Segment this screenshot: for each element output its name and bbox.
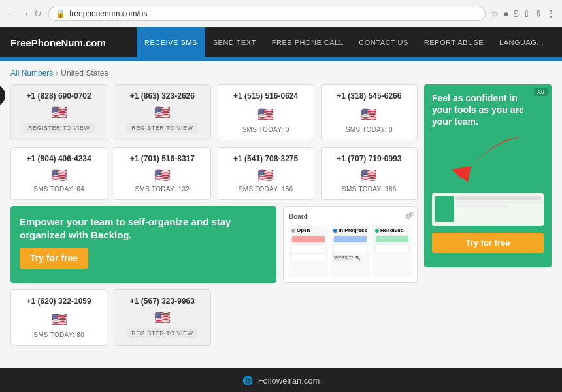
ad-screenshot: [432, 193, 544, 226]
board-card[interactable]: [333, 244, 367, 252]
nav-receive-sms[interactable]: RECEIVE SMS: [137, 27, 205, 57]
screenshot-sidebar: [435, 196, 454, 222]
main-content: All Numbers › United States 2 +1 (828) 6…: [0, 61, 562, 368]
phone-card-5[interactable]: +1 (804) 406-4234 🇺🇸 SMS TODAY: 64: [10, 147, 107, 200]
board-card[interactable]: [291, 244, 325, 252]
sms-info-8: SMS TODAY: 186: [342, 186, 397, 193]
progress-dot: [333, 229, 337, 233]
phone-number-5: +1 (804) 406-4234: [27, 154, 91, 163]
board-card[interactable]: [291, 235, 325, 243]
url-text: freephonenum.com/us: [69, 9, 147, 18]
board-section: ✕ Board ⚙ Open: [283, 206, 418, 283]
board-header: Board ⚙: [289, 212, 412, 221]
register-btn-10[interactable]: REGISTER TO VIEW: [126, 328, 198, 338]
flag-2: 🇺🇸: [154, 105, 171, 120]
screenshot-bar: [456, 196, 541, 200]
phone-card-8[interactable]: +1 (707) 719-0993 🇺🇸 SMS TODAY: 186: [321, 147, 418, 200]
backlog-ad: Empower your team to self-organize and s…: [10, 206, 276, 283]
phone-number-3: +1 (515) 516-0624: [233, 91, 298, 101]
progress-label: In Progress: [339, 227, 367, 233]
nav-free-phone-call[interactable]: FREE PHONE CALL: [264, 27, 352, 57]
nav-language[interactable]: LANGUAG...: [491, 27, 552, 57]
site-header: FreePhoneNum.com RECEIVE SMS SEND TEXT F…: [0, 27, 562, 57]
right-ad-title: Feel as confident in your tools as you a…: [432, 92, 544, 128]
user-icon[interactable]: S: [513, 8, 519, 19]
phone-card-10[interactable]: +1 (567) 323-9963 🇺🇸 REGISTER TO VIEW: [114, 289, 210, 346]
backlog-try-btn[interactable]: Try for free: [20, 248, 88, 269]
sms-info-7: SMS TODAY: 156: [239, 186, 293, 193]
sms-info-6: SMS TODAY: 132: [135, 186, 190, 193]
cursor-icon: ↖: [355, 253, 361, 263]
share-icon[interactable]: ⇧: [523, 8, 531, 19]
screenshot-bar3: [456, 205, 507, 208]
phone-card-2[interactable]: +1 (863) 323-2626 🇺🇸 REGISTER TO VIEW: [114, 84, 210, 140]
phone-card-3[interactable]: +1 (515) 516-0624 🇺🇸 SMS TODAY: 0: [218, 84, 314, 140]
board-card[interactable]: [333, 235, 367, 243]
site-footer: 🌐 Followeiran.com: [0, 368, 562, 392]
menu-icon[interactable]: ⋮: [546, 8, 555, 19]
right-ad-try-btn[interactable]: Try for free: [432, 233, 544, 253]
lock-icon: 🔒: [56, 9, 65, 18]
board-card[interactable]: [291, 253, 325, 261]
breadcrumb-separator: ›: [56, 69, 58, 78]
phone-number-7: +1 (541) 708-3275: [233, 154, 298, 163]
breadcrumb: All Numbers › United States: [10, 69, 552, 78]
address-bar[interactable]: 🔒 freephonenum.com/us: [48, 7, 486, 21]
footer-globe-icon: 🌐: [242, 376, 253, 385]
flag-3: 🇺🇸: [257, 106, 274, 122]
full-layout: +1 (828) 690-0702 🇺🇸 REGISTER TO VIEW +1…: [10, 84, 552, 346]
board-columns: Open In Progress: [289, 225, 412, 277]
phone-number-6: +1 (701) 516-8317: [130, 154, 195, 163]
sms-info-4: SMS TODAY: 0: [346, 126, 393, 133]
board-col-resolved-title: Resolved: [375, 227, 409, 233]
board-close-btn[interactable]: ✕: [408, 210, 414, 218]
reload-button[interactable]: ↻: [33, 8, 43, 19]
board-col-open-title: Open: [291, 227, 325, 233]
register-btn-1[interactable]: REGISTER TO VIEW: [23, 123, 95, 133]
footer-text: Followeiran.com: [258, 376, 320, 385]
open-label: Open: [297, 227, 310, 233]
board-card[interactable]: [375, 244, 409, 252]
phone-card-7[interactable]: +1 (541) 708-3275 🇺🇸 SMS TODAY: 156: [218, 147, 314, 200]
main-nav: RECEIVE SMS SEND TEXT FREE PHONE CALL CO…: [137, 27, 552, 57]
shield-icon[interactable]: ●: [503, 8, 508, 19]
phone-card-9[interactable]: +1 (620) 322-1059 🇺🇸 SMS TODAY: 80: [10, 289, 107, 346]
browser-actions: ☆ ● S ⇧ ⇩ ⋮: [491, 8, 555, 19]
star-icon[interactable]: ☆: [491, 8, 499, 19]
board-card[interactable]: [375, 235, 409, 243]
screenshot-layout: [435, 196, 541, 222]
forward-button[interactable]: →: [20, 8, 30, 19]
phone-number-4: +1 (318) 545-6266: [337, 91, 401, 101]
phone-card-1[interactable]: +1 (828) 690-0702 🇺🇸 REGISTER TO VIEW: [10, 84, 107, 140]
register-btn-2[interactable]: REGISTER TO VIEW: [126, 123, 198, 133]
board-website-label: WEBSITE: [333, 255, 353, 261]
phone-card-6[interactable]: +1 (701) 516-8317 🇺🇸 SMS TODAY: 132: [114, 147, 210, 200]
back-button[interactable]: ←: [7, 8, 17, 19]
phone-number-10: +1 (567) 323-9963: [130, 297, 195, 306]
screenshot-main: [456, 196, 541, 222]
board-col-progress: In Progress WEBSITE ↖: [331, 225, 370, 277]
breadcrumb-current: United States: [61, 69, 108, 78]
right-ad: Ad Feel as confident in your tools as yo…: [424, 84, 552, 267]
site-logo[interactable]: FreePhoneNum.com: [10, 37, 106, 48]
screenshot-bar2: [456, 201, 541, 204]
breadcrumb-all-numbers[interactable]: All Numbers: [10, 69, 53, 78]
flag-10: 🇺🇸: [154, 310, 171, 325]
board-col-resolved: Resolved: [372, 225, 412, 277]
flag-9: 🇺🇸: [51, 312, 67, 327]
nav-send-text[interactable]: SEND TEXT: [205, 27, 264, 57]
backlog-ad-title: Empower your team to self-organize and s…: [20, 216, 267, 241]
nav-contact-us[interactable]: CONTACT US: [351, 27, 416, 57]
step-indicator: 2: [0, 84, 5, 106]
page-layout: 2 +1 (828) 690-0702 🇺🇸 REGISTER TO VIEW …: [10, 84, 552, 346]
phone-card-4[interactable]: +1 (318) 545-6266 🇺🇸 SMS TODAY: 0: [321, 84, 418, 140]
board-col-open: Open: [289, 225, 328, 277]
mid-section: Empower your team to self-organize and s…: [10, 206, 418, 283]
download-icon[interactable]: ⇩: [535, 8, 542, 19]
resolved-label: Resolved: [380, 227, 404, 233]
nav-report-abuse[interactable]: REPORT ABUSE: [416, 27, 491, 57]
empty-slot-1: [218, 289, 314, 346]
board-col-progress-title: In Progress: [333, 227, 367, 233]
flag-6: 🇺🇸: [154, 167, 171, 183]
phones-grid-middle: +1 (804) 406-4234 🇺🇸 SMS TODAY: 64 +1 (7…: [10, 147, 418, 200]
